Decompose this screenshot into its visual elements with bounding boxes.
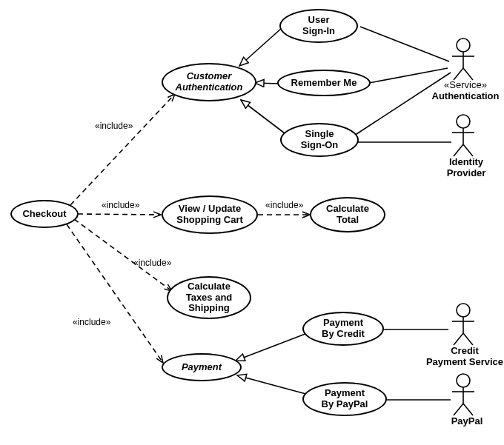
usecase-payment: Payment [162, 353, 242, 381]
usecase-calculate-total: CalculateTotal [310, 197, 385, 232]
usecase-calculate-taxes: CalculateTaxes andShipping [167, 276, 251, 319]
usecase-remember-me: Remember Me [277, 70, 371, 96]
svg-point-5 [457, 115, 470, 128]
svg-line-14 [463, 333, 473, 345]
svg-point-0 [457, 39, 470, 52]
gen-signin-auth [239, 28, 282, 66]
include-label: «include» [73, 317, 110, 327]
include-checkout-auth [70, 94, 175, 205]
actor-authentication-label: «Service» Authentication [431, 80, 500, 102]
usecase-label: Payment [182, 362, 222, 373]
include-label: «include» [102, 200, 139, 210]
svg-line-13 [454, 333, 463, 345]
actor-credit-service-label: CreditPayment Service [424, 346, 504, 368]
include-label: «include» [265, 200, 303, 210]
assoc-signin-auth [360, 27, 449, 61]
usecase-label: SingleSign-On [301, 129, 339, 151]
usecase-customer-authentication: CustomerAuthentication [162, 63, 256, 101]
svg-line-19 [463, 404, 473, 415]
usecase-checkout: Checkout [10, 200, 79, 228]
actor-authentication-figure [452, 39, 474, 80]
gen-remember-auth [255, 83, 279, 84]
usecase-label: CalculateTotal [326, 204, 369, 226]
usecase-payment-paypal: PaymentBy PayPal [302, 382, 387, 416]
usecase-payment-credit: PaymentBy Credit [302, 312, 384, 346]
usecase-label: UserSign-In [302, 15, 335, 37]
usecase-label: Remember Me [291, 78, 357, 89]
include-label: «include» [133, 258, 171, 268]
actor-name: Authentication [432, 90, 500, 101]
gen-paypal-payment [237, 375, 311, 395]
svg-point-10 [457, 304, 470, 317]
include-label: «include» [95, 121, 133, 131]
actor-stereotype: «Service» [444, 79, 487, 90]
usecase-label: PaymentBy Credit [322, 318, 365, 340]
svg-point-15 [457, 374, 470, 387]
usecase-label: View / UpdateShopping Cart [176, 204, 243, 226]
usecase-label: Checkout [22, 209, 66, 220]
usecase-single-signon: SingleSign-On [280, 123, 359, 157]
usecase-user-signin: UserSign-In [279, 9, 358, 43]
svg-line-4 [463, 68, 473, 80]
actor-identity-provider-label: IdentityProvider [442, 157, 491, 179]
svg-line-9 [463, 144, 473, 156]
svg-line-3 [454, 68, 463, 80]
actor-credit-service-figure [452, 304, 474, 345]
usecase-label: PaymentBy PayPal [322, 388, 368, 410]
svg-line-18 [454, 404, 463, 415]
actor-paypal-label: PayPal [445, 416, 489, 427]
actor-identity-provider-figure [452, 115, 474, 156]
actor-paypal-figure [452, 374, 474, 415]
usecase-label: CalculateTaxes andShipping [186, 281, 233, 315]
gen-credit-payment [236, 332, 309, 361]
svg-line-8 [454, 144, 463, 156]
gen-sso-auth [241, 100, 288, 135]
usecase-label: CustomerAuthentication [176, 71, 243, 93]
usecase-view-update-cart: View / UpdateShopping Cart [162, 195, 258, 234]
include-checkout-cart [78, 214, 161, 215]
include-checkout-payment [67, 224, 163, 363]
